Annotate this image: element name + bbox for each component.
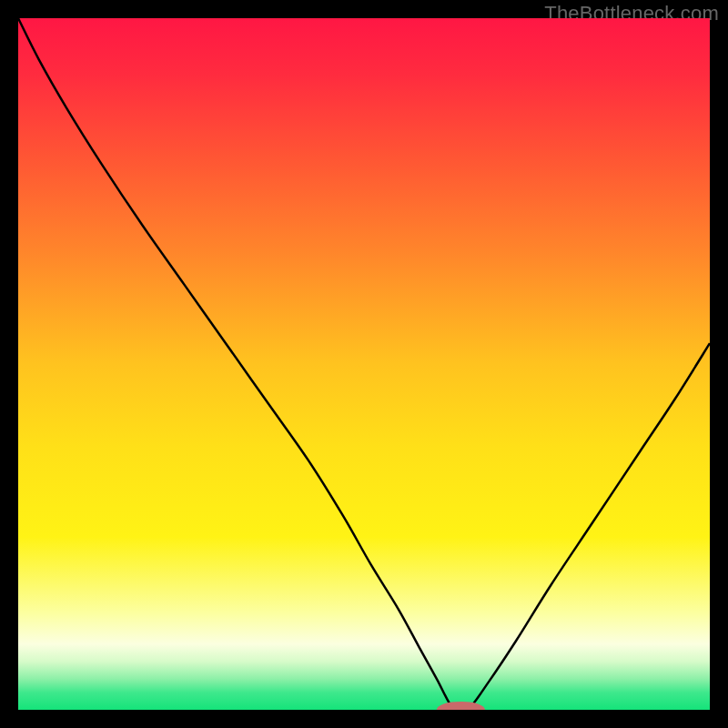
chart-container: TheBottleneck.com — [0, 0, 728, 728]
bottleneck-chart — [18, 18, 710, 710]
gradient-background — [18, 18, 710, 710]
